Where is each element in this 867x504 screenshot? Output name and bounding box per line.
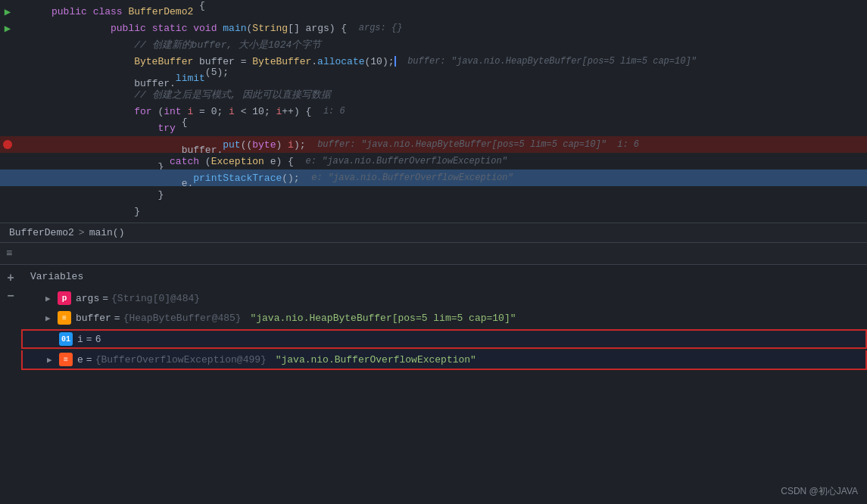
var-expand-i: ▶	[47, 334, 59, 344]
run-arrow-icon: ▶	[5, 5, 11, 18]
var-expand-args[interactable]: ▶	[45, 294, 58, 303]
line-content-13: }	[45, 203, 867, 219]
var-expand-buffer[interactable]: ▶	[45, 313, 58, 323]
var-badge-i: 01	[59, 332, 73, 346]
breadcrumb-class: BufferDemo2	[9, 227, 74, 238]
gutter-icon-12	[0, 186, 15, 203]
gutter-icon-11	[0, 170, 15, 186]
remove-variable-button[interactable]: −	[3, 289, 18, 304]
line-number-3	[15, 36, 45, 53]
var-type-args: {String[0]@484}	[111, 293, 200, 304]
run-indicator-1: ▶	[0, 3, 15, 20]
var-eq-args: =	[102, 293, 108, 304]
line-content-6: // 创建之后是写模式, 因此可以直接写数据	[45, 86, 867, 103]
line-number-8	[15, 120, 45, 136]
code-line-13: }	[0, 203, 867, 219]
side-buttons: + −	[0, 265, 21, 504]
line-number-11	[15, 170, 45, 186]
code-line-1: ▶ public class BufferDemo2 {	[0, 3, 867, 20]
line-number-2	[15, 20, 45, 36]
run-indicator-2: ▶	[0, 20, 15, 36]
gutter-icon-10	[0, 153, 15, 170]
line-number-10	[15, 153, 45, 170]
line-number-9	[15, 136, 45, 153]
variables-panel: + − Variables ▶ p args = {String[0]@484}…	[0, 265, 867, 504]
code-editor: ▶ public class BufferDemo2 { ▶ public st…	[0, 0, 867, 222]
breakpoint-dot	[3, 140, 12, 149]
var-type-buffer: {HeapByteBuffer@485}	[123, 313, 248, 324]
line-content-11: e.printStackTrace(); e: "java.nio.Buffer…	[45, 170, 867, 186]
breadcrumb-method: main()	[89, 227, 125, 238]
line-number-12	[15, 186, 45, 203]
variable-row-i: ▶ 01 i = 6	[21, 329, 867, 349]
var-eq-e: =	[86, 354, 92, 366]
gutter-icon-5	[0, 70, 15, 86]
line-content-5: buffer.limit(5);	[45, 70, 867, 86]
var-eq-buffer: =	[114, 313, 120, 324]
toolbar-icon-lines[interactable]: ≡	[6, 247, 12, 260]
var-expand-e[interactable]: ▶	[47, 355, 59, 365]
line-number-7	[15, 103, 45, 120]
var-name-e: e	[77, 354, 83, 366]
variables-header: Variables	[21, 265, 867, 288]
var-name-args: args	[76, 293, 99, 304]
var-name-i: i	[77, 334, 83, 345]
run-arrow-icon-2: ▶	[5, 22, 11, 35]
line-number-13	[15, 203, 45, 219]
line-number-1	[15, 3, 45, 20]
line-number-5	[15, 70, 45, 86]
variable-row-e: ▶ ≡ e = {BufferOverflowException@499} "j…	[21, 350, 867, 370]
var-type-e: {BufferOverflowException@499}	[95, 354, 273, 366]
var-val-i: 6	[95, 334, 101, 345]
var-val-e: "java.nio.BufferOverflowException"	[276, 354, 476, 366]
var-badge-buffer: ≡	[58, 311, 71, 325]
line-content-7: for (int i = 0; i < 10; i++) { i: 6	[45, 103, 867, 120]
gutter-icon-13	[0, 203, 15, 219]
var-eq-i: =	[86, 334, 92, 345]
gutter-icon-7	[0, 103, 15, 120]
line-content-2: public static void main(String[] args) {…	[45, 20, 867, 36]
line-content-12: }	[45, 186, 867, 203]
line-content-1: public class BufferDemo2 {	[45, 3, 867, 20]
var-val-buffer: "java.nio.HeapByteBuffer[pos=5 lim=5 cap…	[250, 313, 516, 324]
var-badge-e: ≡	[59, 353, 73, 366]
line-number-4	[15, 53, 45, 70]
breakpoint-icon-9	[0, 136, 15, 153]
panel-toolbar: ≡	[0, 242, 867, 265]
gutter-icon-3	[0, 36, 15, 53]
line-number-6	[15, 86, 45, 103]
variable-row-args: ▶ p args = {String[0]@484}	[21, 288, 867, 308]
var-name-buffer: buffer	[76, 313, 111, 324]
add-variable-button[interactable]: +	[3, 271, 18, 286]
gutter-icon-8	[0, 120, 15, 136]
breadcrumb-sep: >	[79, 227, 85, 238]
watermark: CSDN @初心JAVA	[781, 485, 858, 498]
gutter-icon-6	[0, 86, 15, 103]
line-content-3: // 创建新的buffer, 大小是1024个字节	[45, 36, 867, 53]
variable-row-buffer: ▶ ≡ buffer = {HeapByteBuffer@485} "java.…	[21, 308, 867, 328]
var-badge-args: p	[58, 291, 71, 305]
gutter-icon-4	[0, 53, 15, 70]
